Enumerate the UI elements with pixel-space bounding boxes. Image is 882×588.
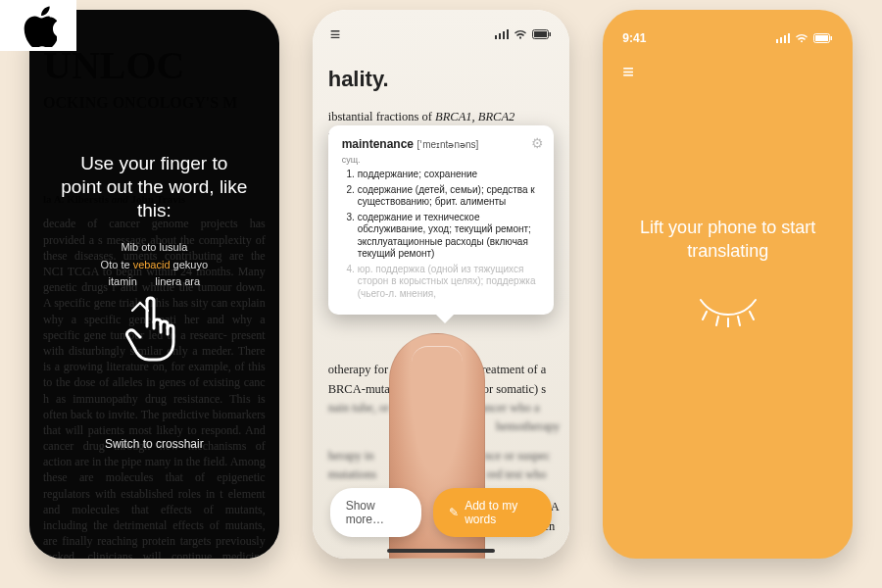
- status-bar-right: [776, 33, 834, 43]
- svg-rect-3: [550, 32, 552, 36]
- add-to-words-button[interactable]: ✎ Add to my words: [433, 488, 552, 537]
- gear-icon[interactable]: ⚙: [531, 135, 544, 151]
- hamburger-menu-icon[interactable]: ≡: [622, 67, 633, 77]
- closed-eye-icon: [603, 294, 853, 331]
- definition-item: юр. поддержка (одной из тяжущихся сторон…: [358, 264, 541, 301]
- home-indicator: [387, 549, 495, 553]
- status-bar-right: [495, 29, 553, 39]
- svg-line-12: [750, 312, 754, 319]
- svg-rect-7: [831, 36, 833, 40]
- definition-item: содержание и техническое обслуживание, у…: [358, 212, 541, 261]
- phone1-overlay: Use your finger to point out the word, l…: [29, 10, 279, 559]
- definition-item: содержание (детей, семьи); средства к су…: [358, 184, 541, 209]
- phone1-sample-text: Mib oto lusula Oto te vebacid gekuyo ita…: [101, 239, 208, 291]
- svg-line-11: [738, 317, 740, 325]
- svg-rect-2: [534, 31, 547, 37]
- svg-point-4: [801, 40, 803, 42]
- wifi-icon: [795, 33, 808, 43]
- phone-screen-2: hality. ibstantial fractions of BRCA1, B…: [313, 10, 570, 559]
- status-time: 9:41: [622, 31, 646, 45]
- wifi-icon: [514, 29, 527, 39]
- apple-logo-badge: [0, 0, 76, 51]
- part-of-speech: сущ.: [342, 155, 541, 165]
- headword-row: maintenance [ˈmeɪntənəns]: [342, 137, 541, 151]
- hamburger-menu-icon[interactable]: ≡: [330, 29, 340, 40]
- svg-line-8: [703, 312, 707, 319]
- svg-rect-6: [815, 35, 828, 41]
- phone2-status-bar: ≡: [313, 10, 570, 49]
- battery-icon: [813, 33, 833, 43]
- apple-logo-icon: [20, 4, 57, 47]
- svg-line-9: [716, 317, 718, 325]
- pointing-hand-icon: [124, 293, 183, 368]
- pencil-icon: ✎: [449, 506, 459, 519]
- switch-to-crosshair-link[interactable]: Switch to crosshair: [29, 437, 279, 451]
- phone1-instruction: Use your finger to point out the word, l…: [29, 152, 279, 221]
- signal-bars-icon: [495, 29, 510, 39]
- lift-phone-message: Lift your phone to start translating: [603, 216, 853, 264]
- battery-icon: [532, 29, 552, 39]
- phone3-status-bar: 9:41: [603, 10, 853, 53]
- phone-screen-3: 9:41 ≡ Lift your phone to start translat…: [603, 10, 853, 559]
- phone2-footer: Show more… ✎ Add to my words: [313, 488, 570, 537]
- phone-screen-1: UNLOC OCKING ONCOLOGY'S M la A. Kibersti…: [29, 10, 279, 559]
- signal-bars-icon: [776, 33, 791, 43]
- show-more-button[interactable]: Show more…: [330, 488, 422, 537]
- definition-popover: ⚙ maintenance [ˈmeɪntənəns] сущ. поддерж…: [328, 125, 555, 315]
- definition-item: поддержание; сохранение: [358, 169, 541, 181]
- definition-list: поддержание; сохранение содержание (дете…: [342, 169, 541, 300]
- svg-point-0: [519, 36, 521, 38]
